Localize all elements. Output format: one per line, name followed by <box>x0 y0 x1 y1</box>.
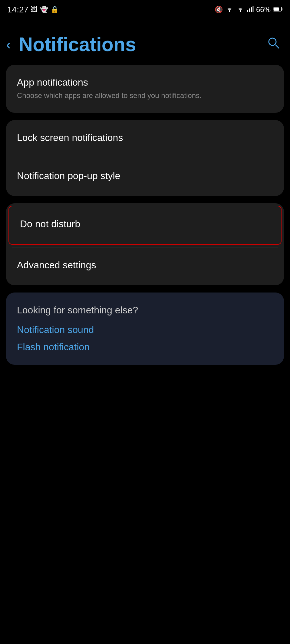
notification-popup-style-item[interactable]: Notification pop-up style <box>6 158 284 196</box>
status-bar-right: 🔇 66% <box>215 5 283 14</box>
status-bar-left: 14:27 🖼 👻 🔒 <box>7 5 59 15</box>
app-notifications-title: App notifications <box>17 77 273 88</box>
looking-for-card: Looking for something else? Notification… <box>6 293 284 365</box>
back-button[interactable]: ‹ <box>6 37 11 52</box>
svg-line-10 <box>275 45 279 48</box>
snapchat-icon: 👻 <box>40 6 48 14</box>
signal-icon <box>247 5 254 14</box>
looking-for-title: Looking for something else? <box>17 305 273 316</box>
advanced-settings-title: Advanced settings <box>17 260 273 271</box>
lock-icon: 🔒 <box>51 6 59 14</box>
status-time: 14:27 <box>7 5 28 15</box>
page-title: Notifications <box>19 33 136 56</box>
wifi2-icon <box>236 5 245 14</box>
svg-rect-7 <box>274 8 279 11</box>
svg-point-0 <box>229 11 230 12</box>
do-not-disturb-title: Do not disturb <box>20 218 270 230</box>
svg-rect-3 <box>249 8 250 12</box>
lock-screen-notifications-title: Lock screen notifications <box>17 132 273 143</box>
app-notifications-item[interactable]: App notifications Choose which apps are … <box>6 65 284 113</box>
app-notifications-card: App notifications Choose which apps are … <box>6 65 284 113</box>
status-bar: 14:27 🖼 👻 🔒 🔇 <box>0 0 290 18</box>
mute-icon: 🔇 <box>215 6 223 14</box>
flash-notification-link[interactable]: Flash notification <box>17 342 273 353</box>
group-card-2: Do not disturb Advanced settings <box>6 203 284 285</box>
svg-rect-8 <box>282 8 282 10</box>
svg-rect-4 <box>251 7 252 12</box>
main-content: App notifications Choose which apps are … <box>0 65 290 365</box>
notification-sound-link[interactable]: Notification sound <box>17 324 273 335</box>
battery-icon <box>273 6 283 13</box>
advanced-settings-item[interactable]: Advanced settings <box>6 247 284 285</box>
do-not-disturb-item[interactable]: Do not disturb <box>8 206 282 245</box>
svg-point-9 <box>269 38 276 45</box>
lock-screen-notifications-item[interactable]: Lock screen notifications <box>6 120 284 158</box>
svg-rect-2 <box>247 10 248 12</box>
svg-point-1 <box>240 11 241 12</box>
header-left: ‹ Notifications <box>6 33 136 56</box>
wifi-icon <box>225 5 234 14</box>
search-button[interactable] <box>266 36 281 54</box>
photo-icon: 🖼 <box>31 6 38 14</box>
page-header: ‹ Notifications <box>0 24 290 65</box>
notification-popup-style-title: Notification pop-up style <box>17 170 273 181</box>
battery-percent: 66% <box>256 5 271 14</box>
app-notifications-subtitle: Choose which apps are allowed to send yo… <box>17 90 273 101</box>
svg-rect-5 <box>252 6 254 12</box>
group-card-1: Lock screen notifications Notification p… <box>6 120 284 196</box>
